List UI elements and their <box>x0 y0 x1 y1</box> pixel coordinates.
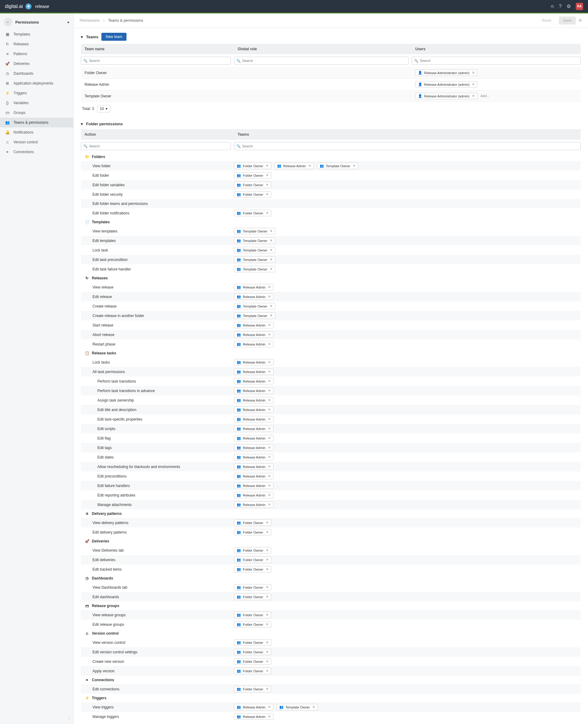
team-chip[interactable]: 👥Release Admin✕ <box>234 284 273 290</box>
remove-chip-icon[interactable]: ✕ <box>268 408 271 412</box>
team-chip[interactable]: 👥Template Owner✕ <box>317 163 358 169</box>
remove-chip-icon[interactable]: ✕ <box>266 558 269 562</box>
team-chip[interactable]: 👥Release Admin✕ <box>234 492 273 498</box>
remove-chip-icon[interactable]: ✕ <box>266 640 269 644</box>
users-search-input[interactable] <box>412 57 581 65</box>
sidebar-item-teams-permissions[interactable]: 👥Teams & permissions <box>0 118 73 127</box>
team-chip[interactable]: 👥Folder Owner✕ <box>234 584 271 591</box>
team-chip[interactable]: 👥Release Admin✕ <box>234 341 273 347</box>
team-chip[interactable]: 👥Release Admin✕ <box>234 378 273 385</box>
notifications-icon[interactable]: ⎋ <box>551 4 554 9</box>
team-chip[interactable]: 👥Template Owner✕ <box>234 247 275 253</box>
remove-chip-icon[interactable]: ✕ <box>266 595 269 599</box>
user-chip[interactable]: 👤Release Administrator (admin)✕ <box>415 81 478 88</box>
remove-chip-icon[interactable]: ✕ <box>268 474 271 478</box>
team-chip[interactable]: 👥Folder Owner✕ <box>234 557 271 563</box>
team-chip[interactable]: 👥Folder Owner✕ <box>234 566 271 573</box>
sidebar-item-deliveries[interactable]: 🚀Deliveries <box>0 59 73 69</box>
remove-chip-icon[interactable]: ✕ <box>472 71 475 75</box>
remove-chip-icon[interactable]: ✕ <box>268 427 271 431</box>
new-team-button[interactable]: New team <box>101 33 126 41</box>
remove-chip-icon[interactable]: ✕ <box>268 398 271 402</box>
reset-button[interactable]: Reset <box>538 17 555 24</box>
team-chip[interactable]: 👥Template Owner✕ <box>234 237 275 244</box>
team-chip[interactable]: 👥Folder Owner✕ <box>234 163 271 169</box>
remove-chip-icon[interactable]: ✕ <box>268 370 271 374</box>
remove-chip-icon[interactable]: ✕ <box>266 530 269 534</box>
remove-chip-icon[interactable]: ✕ <box>266 622 269 626</box>
remove-chip-icon[interactable]: ✕ <box>472 82 475 86</box>
sidebar-item-patterns[interactable]: ⤨Patterns <box>0 49 73 59</box>
sidebar-item-application-deployments[interactable]: ⊞Application deployments <box>0 78 73 88</box>
teams-search-input[interactable] <box>234 142 581 150</box>
team-chip[interactable]: 👥Template Owner✕ <box>234 256 275 263</box>
sidebar-item-notifications[interactable]: 🔔Notifications <box>0 127 73 137</box>
remove-chip-icon[interactable]: ✕ <box>268 503 271 506</box>
team-chip[interactable]: 👥Folder Owner✕ <box>234 210 271 216</box>
remove-chip-icon[interactable]: ✕ <box>268 484 271 488</box>
remove-chip-icon[interactable]: ✕ <box>268 360 271 364</box>
sidebar-item-version-control[interactable]: ⎌Version control <box>0 137 73 147</box>
global-role-search-input[interactable] <box>234 57 408 65</box>
team-chip[interactable]: 👥Folder Owner✕ <box>234 182 271 188</box>
remove-chip-icon[interactable]: ✕ <box>266 669 269 673</box>
remove-chip-icon[interactable]: ✕ <box>268 705 271 709</box>
sidebar-item-triggers[interactable]: ⚡Triggers <box>0 88 73 98</box>
remove-chip-icon[interactable]: ✕ <box>268 714 271 719</box>
team-chip[interactable]: 👥Release Admin✕ <box>234 463 273 470</box>
user-chip[interactable]: 👤Release Administrator (admin)✕ <box>415 93 478 99</box>
remove-chip-icon[interactable]: ✕ <box>268 342 271 346</box>
team-chip[interactable]: 👥Folder Owner✕ <box>234 547 271 554</box>
history-icon[interactable]: ⟳ <box>579 18 582 23</box>
team-chip[interactable]: 👥Folder Owner✕ <box>234 172 271 179</box>
team-chip[interactable]: 👥Folder Owner✕ <box>234 529 271 535</box>
sidebar-item-templates[interactable]: ▦Templates <box>0 29 73 39</box>
team-chip[interactable]: 👥Release Admin✕ <box>234 293 273 300</box>
team-chip[interactable]: 👥Release Admin✕ <box>234 397 273 403</box>
remove-chip-icon[interactable]: ✕ <box>268 436 271 440</box>
back-button[interactable]: ← <box>4 18 12 26</box>
team-chip[interactable]: 👥Template Owner✕ <box>234 312 275 319</box>
sidebar-item-groups[interactable]: 🗃Groups <box>0 108 73 118</box>
remove-chip-icon[interactable]: ✕ <box>266 585 269 589</box>
team-chip[interactable]: 👥Release Admin✕ <box>234 482 273 489</box>
team-chip[interactable]: 👥Release Admin✕ <box>234 713 273 720</box>
team-chip[interactable]: 👥Release Admin✕ <box>234 444 273 451</box>
remove-chip-icon[interactable]: ✕ <box>268 389 271 393</box>
remove-chip-icon[interactable]: ✕ <box>266 660 269 663</box>
remove-chip-icon[interactable]: ✕ <box>270 229 273 233</box>
remove-chip-icon[interactable]: ✕ <box>270 267 273 271</box>
sidebar-item-connections[interactable]: ⚭Connections <box>0 147 73 157</box>
team-chip[interactable]: 👥Release Admin✕ <box>234 322 273 328</box>
remove-chip-icon[interactable]: ✕ <box>268 465 271 469</box>
remove-chip-icon[interactable]: ✕ <box>268 295 271 298</box>
remove-chip-icon[interactable]: ✕ <box>270 248 273 252</box>
remove-chip-icon[interactable]: ✕ <box>266 521 269 525</box>
folder-perms-collapse-icon[interactable]: ▾ <box>81 122 83 126</box>
team-chip[interactable]: 👥Release Admin✕ <box>234 454 273 460</box>
remove-chip-icon[interactable]: ✕ <box>270 314 273 318</box>
sidebar-item-releases[interactable]: ↻Releases <box>0 39 73 49</box>
remove-chip-icon[interactable]: ✕ <box>268 455 271 459</box>
add-user-link[interactable]: Add... <box>481 94 489 98</box>
remove-chip-icon[interactable]: ✕ <box>268 323 271 327</box>
team-chip[interactable]: 👥Release Admin✕ <box>234 331 273 338</box>
sidebar-expand-icon[interactable]: ▸ <box>68 20 69 24</box>
remove-chip-icon[interactable]: ✕ <box>270 239 273 243</box>
team-chip[interactable]: 👥Template Owner✕ <box>234 266 275 272</box>
sidebar-item-variables[interactable]: {}Variables <box>0 98 73 108</box>
remove-chip-icon[interactable]: ✕ <box>472 94 475 98</box>
remove-chip-icon[interactable]: ✕ <box>266 211 269 215</box>
team-chip[interactable]: 👥Folder Owner✕ <box>234 639 271 646</box>
remove-chip-icon[interactable]: ✕ <box>268 379 271 383</box>
team-chip[interactable]: 👥Folder Owner✕ <box>234 658 271 665</box>
remove-chip-icon[interactable]: ✕ <box>270 257 273 262</box>
team-chip[interactable]: 👥Release Admin✕ <box>274 163 314 169</box>
sidebar-item-dashboards[interactable]: ◷Dashboards <box>0 69 73 78</box>
team-chip[interactable]: 👥Folder Owner✕ <box>234 519 271 526</box>
team-chip[interactable]: 👥Folder Owner✕ <box>234 649 271 655</box>
remove-chip-icon[interactable]: ✕ <box>270 304 273 308</box>
action-search-input[interactable] <box>81 142 231 150</box>
remove-chip-icon[interactable]: ✕ <box>266 164 269 168</box>
remove-chip-icon[interactable]: ✕ <box>308 164 311 168</box>
